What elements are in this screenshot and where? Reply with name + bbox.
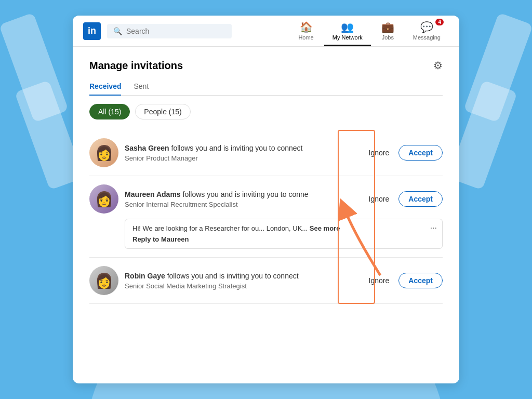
maureen-subtitle: Senior Internal Recruitment Specialist [125,201,356,208]
avatar-robin: 👩 [89,266,118,295]
network-icon: 👥 [341,21,354,33]
invitation-info-robin: Robin Gaye follows you and is inviting y… [125,271,356,290]
invitation-item-maureen: 👩 Maureen Adams follows you and is invit… [89,176,443,258]
invitation-list: 👩 Sasha Green follows you and is invitin… [89,130,443,304]
nav-messaging-label: Messaging [413,34,441,41]
nav-home-label: Home [298,34,313,41]
avatar-sasha: 👩 [89,138,118,167]
linkedin-logo[interactable]: in [83,22,101,40]
nav-item-jobs[interactable]: 💼 Jobs [373,17,403,46]
sasha-action: follows you and is inviting you to conne… [169,144,303,152]
maureen-message-box: Hi! We are looking for a Researcher for … [125,219,443,249]
search-input[interactable] [126,27,225,35]
avatar-maureen-placeholder: 👩 [95,191,113,208]
filter-buttons: All (15) People (15) [89,104,443,119]
nav-network-label: My Network [332,34,363,41]
nav-jobs-label: Jobs [382,34,394,41]
main-card: in 🔍 🏠 Home 👥 My Network 💼 Jobs 4 💬 Mess… [73,16,459,383]
invitation-item-sasha: 👩 Sasha Green follows you and is invitin… [89,130,443,176]
maureen-action: follows you and is inviting you to conne [181,190,309,198]
page-title: Manage invitations [89,60,183,72]
sasha-accept-button[interactable]: Accept [398,145,443,161]
robin-name: Robin Gaye [125,272,165,280]
see-more-link[interactable]: See more [310,224,340,232]
nav-item-home[interactable]: 🏠 Home [290,17,322,46]
header-row: Manage invitations ⚙ [89,59,443,72]
sasha-subtitle: Senior Product Manager [125,154,356,162]
avatar-sasha-placeholder: 👩 [95,144,113,162]
sasha-actions: Ignore Accept [365,145,443,161]
filter-people[interactable]: People (15) [135,104,190,119]
avatar-maureen: 👩 [89,184,118,214]
tabs-row: Received Sent [89,82,443,96]
filter-all[interactable]: All (15) [89,104,130,119]
maureen-top-row: 👩 Maureen Adams follows you and is invit… [89,184,443,214]
top-nav: in 🔍 🏠 Home 👥 My Network 💼 Jobs 4 💬 Mess… [73,16,459,47]
robin-ignore-button[interactable]: Ignore [365,273,394,288]
invitation-info-maureen: Maureen Adams follows you and is invitin… [125,190,356,209]
avatar-robin-placeholder: 👩 [95,272,113,289]
nav-item-network[interactable]: 👥 My Network [324,17,371,46]
maureen-accept-button[interactable]: Accept [398,191,443,207]
messaging-icon: 💬 [420,21,433,33]
sasha-ignore-button[interactable]: Ignore [365,145,394,160]
content-area: Manage invitations ⚙ Received Sent All (… [73,47,459,383]
jobs-icon: 💼 [381,21,394,33]
invitation-item-robin: 👩 Robin Gaye follows you and is inviting… [89,258,443,304]
message-more-icon[interactable]: ··· [430,223,437,233]
message-preview: Hi! We are looking for a Researcher for … [132,224,308,232]
settings-icon[interactable]: ⚙ [433,59,443,72]
tab-sent[interactable]: Sent [134,82,149,96]
invitation-text-maureen: Maureen Adams follows you and is invitin… [125,190,356,200]
tab-received[interactable]: Received [89,82,121,96]
nav-item-messaging[interactable]: 4 💬 Messaging [405,17,449,46]
nav-items: 🏠 Home 👥 My Network 💼 Jobs 4 💬 Messaging [290,17,449,46]
invitation-text-robin: Robin Gaye follows you and is inviting y… [125,271,356,282]
robin-actions: Ignore Accept [365,273,443,288]
maureen-name: Maureen Adams [125,190,181,198]
reply-link[interactable]: Reply to Maureen [132,235,435,243]
robin-accept-button[interactable]: Accept [398,273,443,288]
sasha-name: Sasha Green [125,144,169,152]
messaging-badge: 4 [435,19,444,25]
maureen-ignore-button[interactable]: Ignore [365,192,394,206]
search-icon: 🔍 [113,27,122,35]
robin-action: follows you and is inviting you to conne… [165,272,299,280]
home-icon: 🏠 [300,21,313,33]
maureen-actions: Ignore Accept [365,191,443,207]
search-bar[interactable]: 🔍 [107,24,232,38]
robin-subtitle: Senior Social Media Marketing Strategist [125,282,356,290]
invitation-info-sasha: Sasha Green follows you and is inviting … [125,143,356,163]
invitation-text-sasha: Sasha Green follows you and is inviting … [125,143,356,154]
